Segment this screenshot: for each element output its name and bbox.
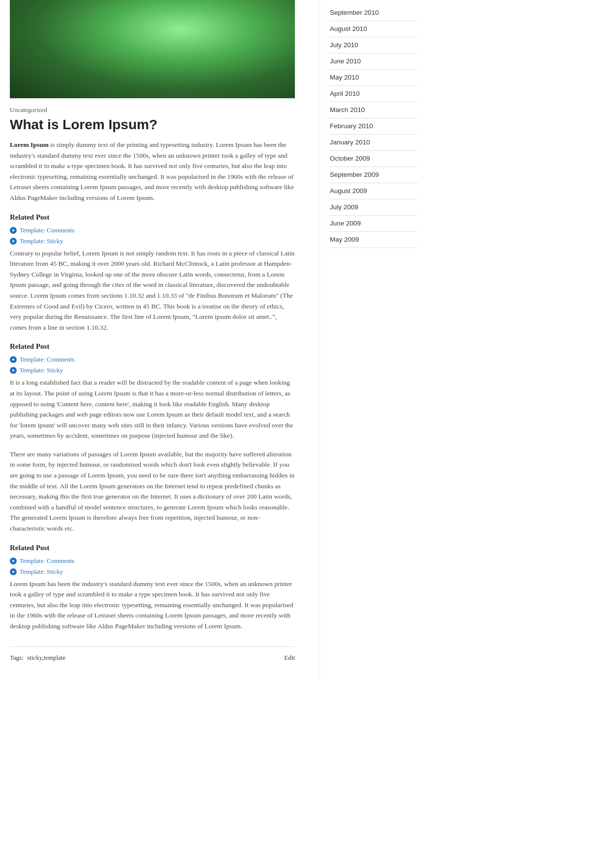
- page-wrapper: Uncategorized What is Lorem Ipsum? Lorem…: [0, 0, 607, 681]
- archive-link-8[interactable]: January 2010: [330, 139, 370, 146]
- link-icon-2a: [10, 356, 17, 363]
- archive-link-10[interactable]: September 2009: [330, 171, 379, 178]
- archive-list-item: April 2010: [330, 86, 418, 102]
- link-icon-1a: [10, 227, 17, 234]
- hero-image-inner: [10, 0, 295, 98]
- post-body-1: Lorem Ipsum is simply dummy text of the …: [10, 140, 295, 203]
- tags-bar: Tags: sticky,template Edit: [10, 646, 295, 662]
- related-link-2a-label: Template: Comments: [20, 356, 74, 364]
- archive-link-9[interactable]: October 2009: [330, 155, 370, 162]
- related-link-1a[interactable]: Template: Comments: [10, 226, 295, 234]
- archive-link-6[interactable]: March 2010: [330, 106, 365, 113]
- archive-link-1[interactable]: August 2010: [330, 25, 367, 32]
- archive-list: September 2010August 2010July 2010June 2…: [330, 5, 418, 248]
- lorem-ipsum-bold: Lorem Ipsum: [10, 141, 49, 148]
- archive-link-3[interactable]: June 2010: [330, 57, 361, 65]
- related-link-3b[interactable]: Template: Sticky: [10, 568, 295, 576]
- post-body-5: Lorem Ipsum has been the industry's stan…: [10, 579, 295, 632]
- archive-list-item: September 2009: [330, 167, 418, 183]
- post-body-2: Contrary to popular belief, Lorem Ipsum …: [10, 248, 295, 333]
- related-post-heading-2: Related Post: [10, 342, 295, 351]
- archive-list-item: October 2009: [330, 151, 418, 167]
- related-link-2a[interactable]: Template: Comments: [10, 356, 295, 364]
- archive-list-item: May 2009: [330, 232, 418, 248]
- main-content: Uncategorized What is Lorem Ipsum? Lorem…: [0, 0, 305, 681]
- related-link-2b[interactable]: Template: Sticky: [10, 366, 295, 374]
- related-link-1b-label: Template: Sticky: [20, 237, 63, 245]
- related-post-heading-3: Related Post: [10, 544, 295, 552]
- related-link-3a[interactable]: Template: Comments: [10, 557, 295, 565]
- related-post-heading-1: Related Post: [10, 213, 295, 222]
- archive-list-item: August 2010: [330, 21, 418, 37]
- archive-list-item: May 2010: [330, 70, 418, 86]
- link-icon-3b: [10, 568, 17, 575]
- post-title: What is Lorem Ipsum?: [10, 117, 295, 133]
- related-link-3a-label: Template: Comments: [20, 557, 74, 565]
- post-body-1-text: is simply dummy text of the printing and…: [10, 141, 294, 201]
- related-link-1a-label: Template: Comments: [20, 226, 74, 234]
- link-icon-2b: [10, 367, 17, 374]
- archive-list-item: July 2009: [330, 199, 418, 216]
- archive-list-item: June 2009: [330, 216, 418, 232]
- archive-list-item: July 2010: [330, 37, 418, 54]
- related-link-1b[interactable]: Template: Sticky: [10, 237, 295, 245]
- archive-list-item: February 2010: [330, 118, 418, 135]
- post-body-3: It is a long established fact that a rea…: [10, 377, 295, 441]
- archive-list-item: August 2009: [330, 183, 418, 199]
- link-icon-3a: [10, 558, 17, 564]
- hero-image: [10, 0, 295, 98]
- tags-section: Tags: sticky,template: [10, 654, 65, 662]
- archive-link-5[interactable]: April 2010: [330, 90, 360, 97]
- archive-list-item: March 2010: [330, 102, 418, 118]
- edit-link[interactable]: Edit: [284, 654, 295, 662]
- related-link-3b-label: Template: Sticky: [20, 568, 63, 576]
- tags-label: Tags:: [10, 654, 24, 661]
- archive-link-2[interactable]: July 2010: [330, 41, 358, 49]
- archive-link-0[interactable]: September 2010: [330, 9, 379, 16]
- archive-link-4[interactable]: May 2010: [330, 74, 359, 81]
- post-body-4: There are many variations of passages of…: [10, 449, 295, 534]
- sidebar: September 2010August 2010July 2010June 2…: [319, 0, 428, 681]
- archive-link-12[interactable]: July 2009: [330, 203, 358, 211]
- link-icon-1b: [10, 238, 17, 245]
- post-category: Uncategorized: [10, 106, 295, 114]
- archive-link-13[interactable]: June 2009: [330, 220, 361, 227]
- tags-value: sticky,template: [27, 654, 65, 661]
- related-link-2b-label: Template: Sticky: [20, 366, 63, 374]
- archive-list-item: January 2010: [330, 135, 418, 151]
- archive-list-item: June 2010: [330, 54, 418, 70]
- archive-link-14[interactable]: May 2009: [330, 236, 359, 243]
- archive-link-7[interactable]: February 2010: [330, 122, 373, 130]
- archive-link-11[interactable]: August 2009: [330, 187, 367, 195]
- archive-list-item: September 2010: [330, 5, 418, 21]
